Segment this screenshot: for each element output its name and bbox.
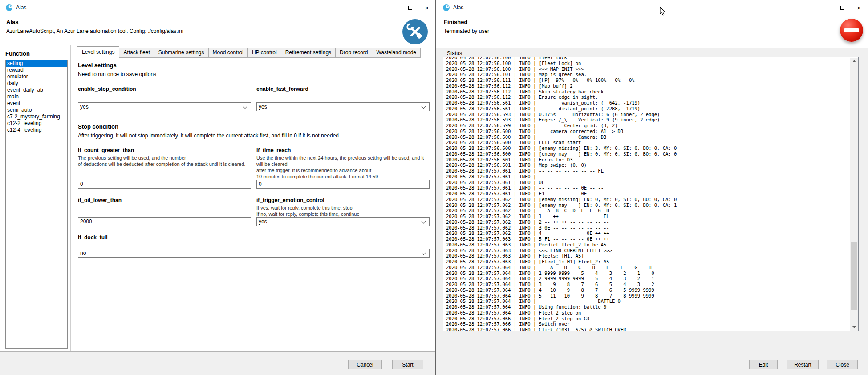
enable-stop-condition-select[interactable]: yes [78, 102, 251, 111]
close-icon: × [425, 4, 429, 11]
function-list-item[interactable]: event_daily_ab [6, 87, 67, 93]
tab-bar: Level settingsAttack fleetSubmarine sett… [77, 46, 421, 58]
log-line: 2020-05-28 12:07:57.064 | INFO | Using f… [446, 304, 850, 310]
log-line: 2020-05-28 12:07:56.112 | INFO | Ensure … [446, 94, 850, 100]
arrow-down-icon [852, 326, 856, 328]
enable-fast-forward-select[interactable]: yes [256, 102, 430, 111]
log-line: 2020-05-28 12:07:57.066 | INFO | Switch … [446, 321, 850, 327]
function-list-item[interactable]: c7-2_mystery_farming [6, 113, 67, 120]
minimize-button[interactable] [817, 0, 834, 15]
close-button[interactable]: × [851, 0, 868, 15]
maximize-button[interactable] [402, 0, 418, 15]
log-line: 2020-05-28 12:07:57.061 | INFO | -- -- -… [446, 185, 850, 191]
minimize-icon [823, 8, 827, 8]
page-subtitle: AzurLaneAutoScript, An Azur Lane automat… [6, 28, 183, 34]
header: Alas × Finished Terminated by user [436, 0, 868, 48]
log-content: 2020-05-28 12:07:56.100 | INFO | fleet_l… [446, 57, 850, 331]
log-line: 2020-05-28 12:07:57.064 | INFO | 2 9999 … [446, 276, 850, 282]
select-value: yes [259, 218, 267, 225]
log-line: 2020-05-28 12:07:56.600 | INFO | camera … [446, 129, 850, 134]
log-line: 2020-05-28 12:07:56.600 | INFO | [enemy_… [446, 151, 850, 157]
status-title: Finished [444, 19, 467, 25]
log-line: 2020-05-28 12:07:56.593 | INFO | Edges: … [446, 117, 850, 123]
function-list-item[interactable]: main [6, 93, 67, 100]
function-list-item[interactable]: semi_auto [6, 107, 67, 113]
start-button[interactable]: Start [392, 360, 423, 369]
log-line: 2020-05-28 12:07:56.100 | INFO | fleet_l… [446, 57, 850, 60]
tab-drop-record[interactable]: Drop record [336, 48, 372, 58]
log-line: 2020-05-28 12:07:57.063 | INFO | [Fleet_… [446, 259, 850, 265]
log-line: 2020-05-28 12:07:57.064 | INFO | A B C D… [446, 265, 850, 270]
tab-level-settings[interactable]: Level settings [77, 46, 119, 58]
log-line: 2020-05-28 12:07:57.062 | INFO | 2 -- ++… [446, 219, 850, 225]
function-list-item[interactable]: reward [6, 67, 67, 73]
close-icon: × [857, 4, 861, 11]
settings-content: Level settingsAttack fleetSubmarine sett… [70, 45, 436, 352]
field-label-if-dock-full: if_dock_full [78, 234, 430, 241]
function-list-item[interactable]: c12-4_leveling [6, 127, 67, 133]
log-line: 2020-05-28 12:07:57.061 | INFO | 0E -- -… [446, 180, 850, 185]
log-line: 2020-05-28 12:07:57.062 | INFO | 4 -- --… [446, 230, 850, 236]
log-line: 2020-05-28 12:07:57.061 | INFO | -- -- -… [446, 168, 850, 174]
if-count-greater-than-input[interactable] [78, 180, 251, 189]
log-line: 2020-05-28 12:07:57.066 | INFO | Fleet_2… [446, 316, 850, 322]
scroll-down-button[interactable] [850, 324, 858, 331]
titlebar[interactable]: Alas × [436, 0, 868, 15]
function-list-item[interactable]: setting [6, 60, 67, 67]
scrollbar-thumb[interactable] [851, 242, 857, 310]
tab-wasteland-mode[interactable]: Wasteland mode [372, 48, 421, 58]
log-line: 2020-05-28 12:07:56.112 | INFO | Skip st… [446, 89, 850, 95]
field-label-enable-stop-condition: enable_stop_condition [78, 86, 251, 92]
alas-settings-window: Alas × Alas AzurLaneAutoScript, An Azur … [0, 0, 436, 375]
log-line: 2020-05-28 12:07:57.064 | INFO | Fleet 2… [446, 310, 850, 316]
cancel-button[interactable]: Cancel [348, 360, 382, 369]
maximize-button[interactable] [834, 0, 851, 15]
titlebar[interactable]: Alas × [0, 0, 435, 15]
close-button[interactable]: × [418, 0, 435, 15]
log-line: 2020-05-28 12:07:57.064 | INFO | 5 11 10… [446, 293, 850, 299]
function-list-item[interactable]: event [6, 100, 67, 107]
log-line: 2020-05-28 12:07:57.063 | INFO | Fleets:… [446, 253, 850, 259]
if-time-reach-input[interactable] [256, 180, 430, 189]
log-line: 2020-05-28 12:07:56.599 | INFO | Center … [446, 123, 850, 129]
log-viewer[interactable]: 2020-05-28 12:07:56.100 | INFO | fleet_l… [443, 57, 859, 331]
log-line: 2020-05-28 12:07:56.593 | INFO | 0.175s … [446, 112, 850, 117]
log-line: 2020-05-28 12:07:56.601 | INFO | Map swi… [446, 162, 850, 168]
field-label-if-trigger-emotion-control: if_trigger_emotion_control [256, 197, 430, 203]
log-line: 2020-05-28 12:07:56.600 | INFO | [enemy_… [446, 145, 850, 151]
log-line: 2020-05-28 12:07:57.061 | INFO | F1 -- -… [446, 191, 850, 197]
maximize-icon [408, 6, 412, 10]
window-title: Alas [16, 4, 26, 11]
log-line: 2020-05-28 12:07:57.063 | INFO | <<< FIN… [446, 248, 850, 254]
select-value: no [80, 250, 86, 256]
log-scrollbar[interactable] [850, 58, 858, 331]
edit-button[interactable]: Edit [749, 360, 778, 369]
function-list[interactable]: settingrewardemulatordailyevent_daily_ab… [5, 60, 68, 349]
close-button-footer[interactable]: Close [827, 360, 858, 369]
log-line: 2020-05-28 12:07:57.066 | INFO | Click (… [446, 327, 850, 331]
function-list-item[interactable]: emulator [6, 73, 67, 80]
section-desc: After triggering, it will not stop immed… [78, 133, 340, 139]
log-line: 2020-05-28 12:07:56.601 | INFO | Focus t… [446, 157, 850, 163]
log-line: 2020-05-28 12:07:56.561 | INFO | distant… [446, 106, 850, 112]
field-label-if-count-greater-than: if_count_greater_than [78, 147, 251, 153]
arrow-up-icon [852, 60, 856, 62]
scroll-up-button[interactable] [850, 58, 858, 65]
function-list-item[interactable]: daily [6, 80, 67, 87]
tab-submarine-settings[interactable]: Submarine settings [154, 48, 209, 58]
minimize-button[interactable] [385, 0, 402, 15]
if-trigger-emotion-control-select[interactable]: yes [256, 217, 430, 226]
log-line: 2020-05-28 12:07:56.600 | INFO | Full sc… [446, 140, 850, 145]
if-dock-full-select[interactable]: no [78, 249, 430, 258]
tab-attack-fleet[interactable]: Attack fleet [119, 48, 154, 58]
restart-button[interactable]: Restart [787, 360, 819, 369]
if-oil-lower-than-input[interactable] [78, 217, 251, 226]
page-title: Alas [6, 19, 18, 25]
status-body: Status 2020-05-28 12:07:56.100 | INFO | … [436, 48, 868, 375]
field-desc: The previous setting will be used, and t… [78, 155, 251, 167]
function-list-item[interactable]: c12-2_leveling [6, 120, 67, 127]
tab-mood-control[interactable]: Mood control [209, 48, 248, 58]
tab-hp-control[interactable]: HP control [248, 48, 281, 58]
tab-retirement-settings[interactable]: Retirement settings [281, 48, 336, 58]
divider [78, 141, 430, 141]
